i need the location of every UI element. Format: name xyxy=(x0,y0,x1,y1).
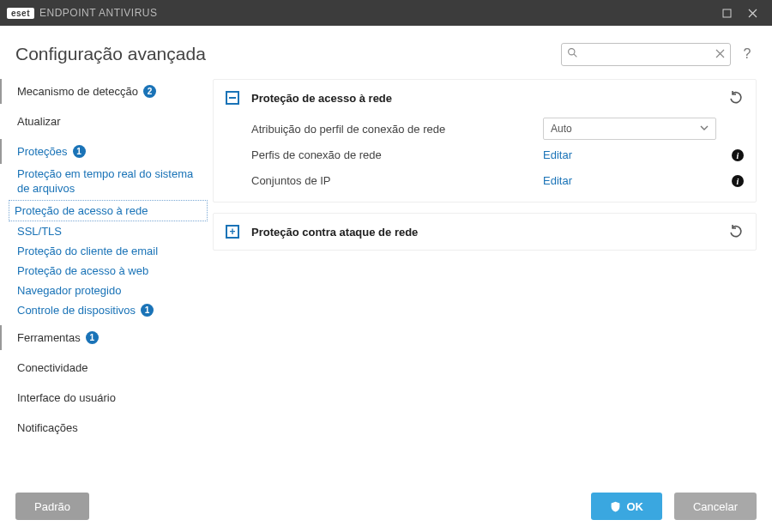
search-icon xyxy=(567,46,578,62)
info-icon[interactable]: i xyxy=(732,149,744,161)
sidebar-item-device-control[interactable]: Controle de dispositivos 1 xyxy=(0,300,213,320)
info-icon[interactable]: i xyxy=(732,175,744,187)
sidebar-item-network-access[interactable]: Proteção de acesso à rede xyxy=(9,200,208,221)
row-ip-sets: Conjuntos de IP Editar i xyxy=(251,167,744,193)
clear-search-icon[interactable] xyxy=(715,46,725,62)
sidebar-item-label: Controle de dispositivos xyxy=(17,304,136,317)
row-connection-profiles: Perfis de conexão de rede Editar i xyxy=(251,142,744,167)
sidebar-item-label: Proteção de acesso à rede xyxy=(15,204,148,217)
row-profile-assignment: Atribuição do perfil de conexão de rede … xyxy=(251,116,744,142)
select-value: Auto xyxy=(551,123,572,135)
sidebar-item-update[interactable]: Atualizar xyxy=(0,109,213,134)
panel-title: Proteção de acesso à rede xyxy=(251,92,728,105)
default-button[interactable]: Padrão xyxy=(15,493,89,520)
close-icon xyxy=(748,9,757,18)
revert-icon xyxy=(729,225,743,239)
revert-button[interactable] xyxy=(728,90,744,106)
profile-assignment-select[interactable]: Auto xyxy=(543,118,716,140)
edit-ipsets-link[interactable]: Editar xyxy=(543,174,572,187)
button-label: Padrão xyxy=(34,500,70,513)
revert-icon xyxy=(729,91,743,105)
shield-icon xyxy=(610,501,621,512)
sidebar-item-label: Atualizar xyxy=(17,115,61,128)
svg-rect-0 xyxy=(723,9,731,17)
sidebar-item-tools[interactable]: Ferramentas 1 xyxy=(0,325,213,350)
sidebar-item-realtime[interactable]: Proteção em tempo real do sistema de arq… xyxy=(0,164,213,200)
chevron-down-icon xyxy=(700,123,709,135)
sidebar-item-label: SSL/TLS xyxy=(17,225,62,238)
page-title: Configuração avançada xyxy=(15,44,206,64)
edit-profiles-link[interactable]: Editar xyxy=(543,148,572,161)
sidebar-item-label: Proteções xyxy=(17,145,68,158)
row-label: Perfis de conexão de rede xyxy=(251,148,543,161)
help-button[interactable]: ? xyxy=(739,46,755,62)
button-label: Cancelar xyxy=(693,500,738,513)
sidebar-item-detection[interactable]: Mecanismo de detecção 2 xyxy=(0,79,213,104)
sidebar-item-label: Ferramentas xyxy=(17,331,81,344)
row-label: Atribuição do perfil de conexão de rede xyxy=(251,123,543,136)
sidebar-item-connectivity[interactable]: Conectividade xyxy=(0,355,213,380)
window-maximize-button[interactable] xyxy=(714,0,739,26)
sidebar-item-protections[interactable]: Proteções 1 xyxy=(0,139,213,164)
sidebar-item-label: Interface do usuário xyxy=(17,391,116,404)
header: Configuração avançada ? xyxy=(0,26,772,74)
svg-point-1 xyxy=(569,49,575,55)
sidebar-item-label: Mecanismo de detecção xyxy=(17,85,138,98)
ok-button[interactable]: OK xyxy=(591,493,662,520)
row-label: Conjuntos de IP xyxy=(251,174,543,187)
window-close-button[interactable] xyxy=(739,0,765,26)
panel-header[interactable]: Proteção contra ataque de rede xyxy=(214,214,756,250)
sidebar-item-email[interactable]: Proteção do cliente de email xyxy=(0,241,213,261)
button-label: OK xyxy=(626,500,643,513)
sidebar-item-label: Conectividade xyxy=(17,361,87,374)
sidebar-item-label: Notificações xyxy=(17,421,78,434)
title-bar: eset ENDPOINT ANTIVIRUS xyxy=(0,0,772,26)
badge: 2 xyxy=(143,85,156,98)
sidebar: Mecanismo de detecção 2 Atualizar Proteç… xyxy=(0,74,213,481)
search-input[interactable] xyxy=(562,44,730,65)
content: Proteção de acesso à rede Atribuição do … xyxy=(213,74,772,481)
brand-logo: eset xyxy=(7,8,34,19)
revert-button[interactable] xyxy=(728,224,744,239)
sidebar-item-label: Proteção de acesso à web xyxy=(17,264,148,277)
maximize-icon xyxy=(722,9,732,18)
svg-line-2 xyxy=(574,54,576,57)
panel-title: Proteção contra ataque de rede xyxy=(251,226,728,239)
panel-network-attack: Proteção contra ataque de rede xyxy=(213,213,757,251)
cancel-button[interactable]: Cancelar xyxy=(674,493,757,520)
sidebar-item-label: Navegador protegido xyxy=(17,284,121,297)
footer: Padrão OK Cancelar xyxy=(0,481,772,532)
sidebar-item-web[interactable]: Proteção de acesso à web xyxy=(0,261,213,281)
panel-network-access: Proteção de acesso à rede Atribuição do … xyxy=(213,79,757,203)
search-field[interactable] xyxy=(561,43,731,66)
sidebar-item-notifications[interactable]: Notificações xyxy=(0,415,213,440)
sidebar-item-browser[interactable]: Navegador protegido xyxy=(0,281,213,300)
collapse-icon xyxy=(226,91,239,105)
badge: 1 xyxy=(141,304,154,317)
brand-name: ENDPOINT ANTIVIRUS xyxy=(39,7,157,19)
panel-body: Atribuição do perfil de conexão de rede … xyxy=(214,116,756,202)
sidebar-item-ssl[interactable]: SSL/TLS xyxy=(0,221,213,241)
badge: 1 xyxy=(86,331,99,344)
badge: 1 xyxy=(73,145,86,158)
sidebar-item-ui[interactable]: Interface do usuário xyxy=(0,385,213,410)
sidebar-item-label: Proteção em tempo real do sistema de arq… xyxy=(17,167,204,196)
sidebar-item-label: Proteção do cliente de email xyxy=(17,245,158,257)
panel-header[interactable]: Proteção de acesso à rede xyxy=(214,80,756,116)
expand-icon xyxy=(226,225,239,239)
